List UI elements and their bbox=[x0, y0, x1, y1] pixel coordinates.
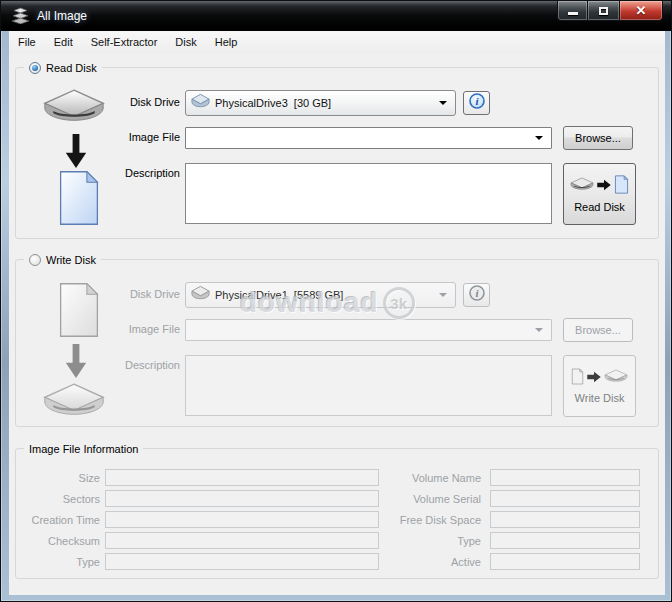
read-disk-radio[interactable] bbox=[29, 62, 41, 74]
hard-drive-icon bbox=[42, 88, 106, 134]
info-active-field bbox=[490, 553, 640, 570]
chevron-down-icon bbox=[439, 293, 447, 297]
read-browse-button[interactable]: Browse... bbox=[563, 126, 633, 150]
read-disk-button-icons bbox=[570, 175, 629, 194]
info-type-label: Type bbox=[16, 556, 100, 568]
read-disk-button[interactable]: Read Disk bbox=[563, 163, 636, 225]
info-circle-icon: i bbox=[468, 92, 486, 114]
chevron-down-icon bbox=[535, 328, 543, 332]
read-disk-legend: Read Disk bbox=[24, 60, 102, 76]
document-icon bbox=[56, 170, 102, 230]
write-disk-group: Write Disk bbox=[15, 259, 659, 427]
info-free-disk-space-label: Free Disk Space bbox=[316, 514, 481, 526]
info-creation-time-label: Creation Time bbox=[16, 514, 100, 526]
info-circle-icon: i bbox=[468, 284, 486, 306]
write-browse-label: Browse... bbox=[575, 324, 621, 336]
info-volume-serial-label: Volume Serial bbox=[316, 493, 481, 505]
window-title: All Image bbox=[37, 1, 87, 31]
read-disk-drive-value: PhysicalDrive3 [30 GB] bbox=[215, 97, 331, 109]
window-controls: ✕ bbox=[557, 1, 663, 21]
chevron-down-icon bbox=[535, 136, 543, 140]
chevron-down-icon bbox=[439, 101, 447, 105]
minimize-icon bbox=[568, 12, 578, 15]
write-image-file-label: Image File bbox=[16, 323, 180, 335]
info-size-label: Size bbox=[16, 472, 100, 484]
read-disk-drive-label: Disk Drive bbox=[16, 96, 180, 108]
menu-file[interactable]: File bbox=[9, 33, 45, 51]
read-image-file-combo[interactable] bbox=[185, 127, 552, 149]
menu-disk[interactable]: Disk bbox=[166, 33, 205, 51]
read-description-label: Description bbox=[16, 167, 180, 179]
maximize-button[interactable] bbox=[588, 1, 619, 21]
write-disk-radio[interactable] bbox=[29, 254, 41, 266]
document-icon bbox=[571, 368, 584, 385]
write-image-file-combo bbox=[185, 319, 552, 341]
write-disk-button-label: Write Disk bbox=[575, 392, 625, 404]
read-drive-info-button[interactable]: i bbox=[463, 91, 490, 115]
read-disk-button-label: Read Disk bbox=[574, 201, 625, 213]
info-volume-name-label: Volume Name bbox=[316, 472, 481, 484]
hard-drive-icon bbox=[570, 177, 594, 193]
read-disk-drive-combo[interactable]: PhysicalDrive3 [30 GB] bbox=[185, 90, 456, 116]
read-disk-group-label: Read Disk bbox=[46, 62, 97, 74]
write-disk-group-label: Write Disk bbox=[46, 254, 96, 266]
mini-drive-icon bbox=[191, 93, 210, 113]
disk-stack-icon bbox=[11, 7, 30, 24]
read-description-input[interactable] bbox=[185, 163, 552, 224]
menu-help[interactable]: Help bbox=[206, 33, 247, 51]
write-drive-info-button: i bbox=[463, 283, 490, 307]
app-window: All Image ✕ File Edit Self-Extractor Dis… bbox=[0, 0, 672, 602]
close-button[interactable]: ✕ bbox=[619, 1, 663, 21]
titlebar[interactable]: All Image ✕ bbox=[1, 1, 672, 31]
write-browse-button: Browse... bbox=[563, 318, 633, 342]
menubar: File Edit Self-Extractor Disk Help bbox=[9, 31, 665, 53]
read-disk-group: Read Disk bbox=[15, 67, 659, 239]
info-type2-field bbox=[490, 532, 640, 549]
write-disk-button-icons bbox=[571, 368, 628, 385]
info-volume-name-field bbox=[490, 469, 640, 486]
write-disk-button: Write Disk bbox=[563, 355, 636, 417]
close-icon: ✕ bbox=[636, 2, 647, 20]
info-active-label: Active bbox=[316, 556, 481, 568]
read-browse-label: Browse... bbox=[575, 132, 621, 144]
image-file-info-group: Image File Information Size Sectors Crea… bbox=[15, 448, 659, 579]
info-volume-serial-field bbox=[490, 490, 640, 507]
mini-drive-icon bbox=[191, 285, 210, 305]
image-file-info-label: Image File Information bbox=[29, 443, 138, 455]
hard-drive-icon bbox=[42, 382, 106, 428]
write-description-input bbox=[185, 355, 552, 416]
document-icon bbox=[614, 175, 629, 194]
image-file-info-legend: Image File Information bbox=[24, 441, 143, 457]
arrow-right-icon bbox=[587, 371, 601, 383]
client-area: Read Disk bbox=[9, 53, 665, 595]
arrow-right-icon bbox=[597, 179, 611, 191]
write-description-label: Description bbox=[16, 359, 180, 371]
read-image-file-label: Image File bbox=[16, 131, 180, 143]
info-free-disk-space-field bbox=[490, 511, 640, 528]
menu-self-extractor[interactable]: Self-Extractor bbox=[82, 33, 167, 51]
hard-drive-icon bbox=[604, 369, 628, 385]
write-disk-drive-combo: PhysicalDrive1 [5589 GB] bbox=[185, 282, 456, 308]
info-type2-label: Type bbox=[316, 535, 481, 547]
menu-edit[interactable]: Edit bbox=[45, 33, 82, 51]
minimize-button[interactable] bbox=[557, 1, 588, 21]
write-disk-drive-label: Disk Drive bbox=[16, 288, 180, 300]
write-disk-legend: Write Disk bbox=[24, 252, 101, 268]
info-checksum-label: Checksum bbox=[16, 535, 100, 547]
write-disk-drive-value: PhysicalDrive1 [5589 GB] bbox=[215, 289, 343, 301]
info-sectors-label: Sectors bbox=[16, 493, 100, 505]
maximize-icon bbox=[599, 7, 608, 15]
